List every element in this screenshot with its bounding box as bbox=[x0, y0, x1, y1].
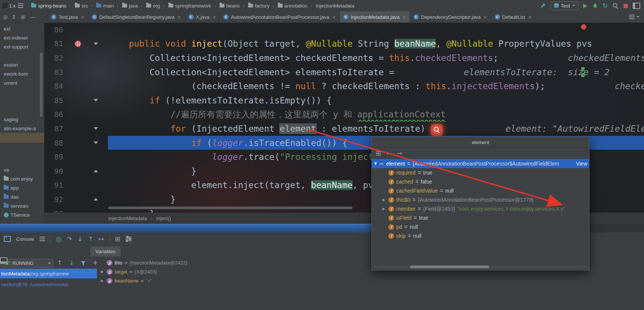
step-out-icon[interactable]: ↑ bbox=[88, 236, 93, 242]
breakpoint-icon[interactable] bbox=[75, 41, 81, 47]
editor-gutter[interactable]: 93 bbox=[44, 207, 108, 213]
breakpoint-zone[interactable] bbox=[63, 27, 92, 32]
back-icon[interactable]: ← bbox=[386, 150, 391, 157]
tab-list-menu[interactable] bbox=[629, 11, 644, 23]
debug-window-header[interactable] bbox=[0, 224, 371, 232]
project-tree-item[interactable]: atis-example-a bbox=[0, 124, 44, 133]
project-tree-item[interactable]: va bbox=[0, 165, 44, 174]
settings-icon[interactable] bbox=[126, 237, 132, 241]
filter-icon[interactable] bbox=[80, 261, 86, 266]
hide-panel-icon[interactable]: — bbox=[30, 14, 35, 20]
editor-tab[interactable]: C AutowiredAnnotationBeanPostProcessor.j… bbox=[220, 11, 340, 23]
add-watch-icon[interactable]: + bbox=[92, 259, 98, 266]
popup-field-row[interactable]: ▶ f this$0 = {AutowiredAnnotationBeanPos… bbox=[372, 195, 589, 204]
gear-icon[interactable] bbox=[20, 14, 26, 20]
editor-tab[interactable]: C DependencyDescriptor.java × bbox=[410, 11, 491, 23]
breadcrumb-item[interactable]: › org bbox=[139, 3, 161, 9]
editor-gutter[interactable]: 86 bbox=[44, 108, 108, 122]
project-tree-item[interactable]: TService bbox=[0, 210, 44, 219]
popup-field-row[interactable]: ▶ f skip = null bbox=[372, 231, 589, 240]
variable-row[interactable]: ▶ p this = {InjectionMetadata@2422} bbox=[100, 258, 187, 267]
project-tree-item[interactable]: dao bbox=[0, 192, 44, 201]
project-tree-item[interactable]: ework-bom bbox=[0, 69, 44, 78]
expand-collapse-icon[interactable]: ↕ bbox=[12, 14, 16, 20]
close-icon[interactable]: × bbox=[177, 14, 181, 20]
expand-icon[interactable]: ▶ bbox=[100, 279, 105, 283]
editor-tab[interactable]: C X.java × bbox=[185, 11, 220, 23]
popup-title[interactable]: element bbox=[372, 137, 589, 148]
run-config-select[interactable]: Test bbox=[551, 2, 579, 10]
editor-gutter[interactable]: 91 bbox=[44, 178, 108, 193]
breadcrumb-item[interactable]: spring-beans bbox=[26, 3, 67, 9]
expand-icon[interactable]: ▶ bbox=[382, 207, 386, 211]
breakpoint-zone[interactable] bbox=[63, 41, 92, 47]
editor-gutter[interactable]: 84 bbox=[44, 79, 108, 93]
breadcrumb-item[interactable]: › factory bbox=[240, 3, 270, 9]
editor-gutter[interactable]: 83 bbox=[44, 65, 108, 79]
close-icon[interactable]: × bbox=[528, 14, 532, 20]
fold-marker-icon[interactable] bbox=[92, 99, 99, 102]
expand-icon[interactable]: ▶ bbox=[382, 198, 386, 202]
close-icon[interactable]: × bbox=[483, 14, 488, 20]
popup-scrollbar[interactable] bbox=[410, 266, 489, 268]
editor-gutter[interactable]: 89 bbox=[44, 150, 108, 164]
breakpoint-zone[interactable] bbox=[63, 84, 92, 89]
locate-file-icon[interactable]: ◎ bbox=[3, 14, 8, 20]
run-button[interactable]: ▶ bbox=[583, 3, 588, 9]
step-into-icon[interactable]: ↓ bbox=[77, 236, 83, 242]
project-tree-item[interactable]: ext-support bbox=[0, 42, 44, 51]
popup-field-row[interactable]: ▶ f pd = null bbox=[372, 222, 589, 231]
editor-gutter[interactable]: 87 bbox=[44, 122, 108, 136]
project-tree-item[interactable]: app bbox=[0, 183, 44, 192]
layout-menu-icon[interactable] bbox=[39, 237, 45, 241]
breakpoint-zone[interactable] bbox=[63, 140, 92, 146]
fold-marker-icon[interactable] bbox=[92, 43, 99, 45]
popup-row-selected[interactable]: ▼ ∞ element = {AutowiredAnnotationBeanPo… bbox=[372, 159, 589, 168]
editor-gutter[interactable]: 92 bbox=[44, 192, 108, 207]
breakpoint-zone[interactable] bbox=[63, 126, 92, 131]
tool-window-layout-icon[interactable] bbox=[633, 3, 640, 9]
breadcrumb-item[interactable]: › java bbox=[114, 3, 138, 9]
breadcrumb-item[interactable]: › src bbox=[67, 3, 89, 9]
breakpoint-zone[interactable] bbox=[63, 196, 92, 202]
evaluate-icon[interactable]: ⊞ bbox=[376, 150, 381, 157]
debug-button[interactable] bbox=[592, 3, 598, 9]
popup-field-row[interactable]: ▶ f cachedFieldValue = null bbox=[372, 186, 589, 195]
popup-field-row[interactable]: ▶ f required = true bbox=[372, 168, 589, 177]
expand-icon[interactable]: ▶ bbox=[100, 270, 105, 274]
breakpoint-zone[interactable] bbox=[63, 112, 92, 117]
menu-icon[interactable] bbox=[18, 3, 23, 8]
fold-marker-icon[interactable] bbox=[92, 170, 99, 172]
stack-frame[interactable]: nection@76: AutowiredAnnotat bbox=[0, 280, 98, 289]
breadcrumb-item[interactable]: › annotation bbox=[270, 3, 308, 9]
tab-variables[interactable]: Variables bbox=[90, 246, 121, 257]
breakpoint-zone[interactable] bbox=[63, 69, 92, 75]
editor-gutter[interactable]: 81 bbox=[44, 37, 108, 51]
evaluate-expression-icon[interactable]: ⊞ bbox=[115, 236, 120, 242]
close-icon[interactable]: × bbox=[80, 14, 85, 20]
popup-scrollbar-track[interactable] bbox=[373, 265, 588, 269]
wrench-icon[interactable] bbox=[540, 3, 546, 9]
popup-field-row[interactable]: ▶ f isField = true bbox=[372, 213, 589, 222]
editor-gutter[interactable]: 85 bbox=[44, 93, 108, 108]
project-tree-item[interactable]: services bbox=[0, 201, 44, 210]
project-tree-item[interactable]: ession bbox=[0, 60, 44, 69]
fold-marker-icon[interactable] bbox=[92, 141, 99, 144]
close-icon[interactable]: × bbox=[402, 14, 406, 20]
close-icon[interactable]: × bbox=[212, 14, 216, 20]
breadcrumb-item[interactable]: › InjectionMetadata bbox=[308, 3, 355, 9]
rerun-debug-button[interactable]: ↻ bbox=[603, 3, 608, 9]
editor-tab[interactable]: C Test.java × bbox=[48, 11, 88, 23]
popup-field-row[interactable]: ▶ f member = {Field@2453} "com.enjoy.ser… bbox=[372, 204, 589, 213]
breadcrumb-item[interactable]: › beans bbox=[212, 3, 241, 9]
editor-gutter[interactable]: 82 bbox=[44, 51, 108, 65]
editor-tab[interactable]: C InjectionMetadata.java × bbox=[340, 11, 410, 23]
forward-icon[interactable]: → bbox=[397, 150, 402, 157]
breakpoint-zone[interactable] bbox=[63, 97, 92, 103]
collapse-icon[interactable]: ▼ bbox=[374, 161, 377, 166]
editor-gutter[interactable]: 88 bbox=[44, 136, 108, 150]
variable-row[interactable]: ▶ p beanName = "x" bbox=[100, 276, 187, 285]
git-branch-widget[interactable]: 1.x bbox=[0, 3, 18, 9]
breakpoint-zone[interactable] bbox=[63, 55, 92, 61]
project-tree-item[interactable]: saging bbox=[0, 115, 44, 124]
